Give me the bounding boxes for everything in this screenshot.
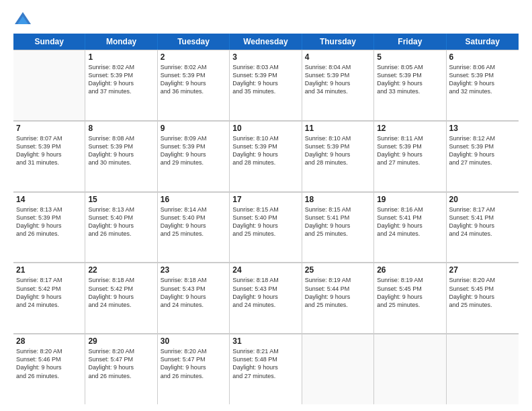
calendar-header: SundayMondayTuesdayWednesdayThursdayFrid… — [13, 34, 519, 50]
header — [13, 11, 519, 30]
cal-cell: 10Sunrise: 8:10 AM Sunset: 5:39 PM Dayli… — [230, 121, 302, 191]
cal-cell: 19Sunrise: 8:16 AM Sunset: 5:41 PM Dayli… — [374, 192, 446, 263]
cal-cell: 6Sunrise: 8:06 AM Sunset: 5:39 PM Daylig… — [447, 50, 519, 120]
cal-cell: 5Sunrise: 8:05 AM Sunset: 5:39 PM Daylig… — [374, 50, 446, 120]
cell-info: Sunrise: 8:02 AM Sunset: 5:39 PM Dayligh… — [161, 63, 226, 96]
day-number: 28 — [16, 336, 82, 346]
cell-info: Sunrise: 8:12 AM Sunset: 5:39 PM Dayligh… — [449, 134, 516, 167]
day-number: 2 — [161, 52, 226, 62]
day-number: 26 — [377, 265, 443, 275]
header-day-sunday: Sunday — [13, 34, 85, 50]
day-number: 20 — [449, 195, 516, 204]
cell-info: Sunrise: 8:20 AM Sunset: 5:45 PM Dayligh… — [449, 276, 516, 309]
day-number: 12 — [377, 124, 443, 133]
day-number: 11 — [305, 124, 371, 133]
calendar-body: 1Sunrise: 8:02 AM Sunset: 5:39 PM Daylig… — [13, 50, 519, 404]
day-number: 21 — [16, 265, 82, 275]
day-number: 14 — [16, 195, 82, 204]
cell-info: Sunrise: 8:11 AM Sunset: 5:39 PM Dayligh… — [377, 134, 443, 167]
cell-info: Sunrise: 8:21 AM Sunset: 5:48 PM Dayligh… — [232, 347, 298, 380]
day-number: 1 — [88, 52, 154, 62]
cal-cell — [13, 50, 85, 120]
cal-cell: 22Sunrise: 8:18 AM Sunset: 5:42 PM Dayli… — [85, 263, 157, 333]
cal-cell: 8Sunrise: 8:08 AM Sunset: 5:39 PM Daylig… — [85, 121, 157, 191]
cell-info: Sunrise: 8:10 AM Sunset: 5:39 PM Dayligh… — [232, 134, 298, 167]
day-number: 13 — [449, 124, 516, 133]
cell-info: Sunrise: 8:18 AM Sunset: 5:42 PM Dayligh… — [88, 276, 154, 309]
day-number: 10 — [232, 124, 298, 133]
week-row-2: 7Sunrise: 8:07 AM Sunset: 5:39 PM Daylig… — [13, 121, 519, 192]
cell-info: Sunrise: 8:17 AM Sunset: 5:42 PM Dayligh… — [16, 276, 82, 309]
day-number: 16 — [161, 195, 226, 204]
day-number: 6 — [449, 52, 516, 62]
cell-info: Sunrise: 8:04 AM Sunset: 5:39 PM Dayligh… — [305, 63, 371, 96]
day-number: 3 — [232, 52, 298, 62]
cal-cell: 4Sunrise: 8:04 AM Sunset: 5:39 PM Daylig… — [302, 50, 374, 120]
header-day-tuesday: Tuesday — [158, 34, 230, 50]
cal-cell: 9Sunrise: 8:09 AM Sunset: 5:39 PM Daylig… — [158, 121, 230, 191]
day-number: 25 — [305, 265, 371, 275]
week-row-4: 21Sunrise: 8:17 AM Sunset: 5:42 PM Dayli… — [13, 263, 519, 334]
cal-cell: 14Sunrise: 8:13 AM Sunset: 5:39 PM Dayli… — [13, 192, 85, 263]
cal-cell: 1Sunrise: 8:02 AM Sunset: 5:39 PM Daylig… — [85, 50, 157, 120]
cell-info: Sunrise: 8:08 AM Sunset: 5:39 PM Dayligh… — [88, 134, 154, 167]
cal-cell: 12Sunrise: 8:11 AM Sunset: 5:39 PM Dayli… — [374, 121, 446, 191]
cal-cell: 15Sunrise: 8:13 AM Sunset: 5:40 PM Dayli… — [85, 192, 157, 263]
header-day-saturday: Saturday — [447, 34, 519, 50]
header-day-friday: Friday — [374, 34, 446, 50]
header-day-monday: Monday — [85, 34, 157, 50]
cell-info: Sunrise: 8:06 AM Sunset: 5:39 PM Dayligh… — [449, 63, 516, 96]
cal-cell: 3Sunrise: 8:03 AM Sunset: 5:39 PM Daylig… — [230, 50, 302, 120]
page: SundayMondayTuesdayWednesdayThursdayFrid… — [0, 0, 532, 411]
day-number: 15 — [88, 195, 154, 204]
cell-info: Sunrise: 8:07 AM Sunset: 5:39 PM Dayligh… — [16, 134, 82, 167]
cal-cell: 23Sunrise: 8:18 AM Sunset: 5:43 PM Dayli… — [158, 263, 230, 333]
cal-cell: 28Sunrise: 8:20 AM Sunset: 5:46 PM Dayli… — [13, 334, 85, 404]
cell-info: Sunrise: 8:09 AM Sunset: 5:39 PM Dayligh… — [161, 134, 226, 167]
day-number: 30 — [161, 336, 226, 346]
cell-info: Sunrise: 8:20 AM Sunset: 5:47 PM Dayligh… — [88, 347, 154, 380]
cal-cell: 18Sunrise: 8:15 AM Sunset: 5:41 PM Dayli… — [302, 192, 374, 263]
day-number: 18 — [305, 195, 371, 204]
day-number: 23 — [161, 265, 226, 275]
day-number: 9 — [161, 124, 226, 133]
cell-info: Sunrise: 8:02 AM Sunset: 5:39 PM Dayligh… — [88, 63, 154, 96]
day-number: 19 — [377, 195, 443, 204]
cell-info: Sunrise: 8:15 AM Sunset: 5:41 PM Dayligh… — [305, 205, 371, 238]
cal-cell — [447, 334, 519, 404]
cell-info: Sunrise: 8:17 AM Sunset: 5:41 PM Dayligh… — [449, 205, 516, 238]
cell-info: Sunrise: 8:05 AM Sunset: 5:39 PM Dayligh… — [377, 63, 443, 96]
cell-info: Sunrise: 8:16 AM Sunset: 5:41 PM Dayligh… — [377, 205, 443, 238]
cell-info: Sunrise: 8:19 AM Sunset: 5:45 PM Dayligh… — [377, 276, 443, 309]
day-number: 29 — [88, 336, 154, 346]
cell-info: Sunrise: 8:20 AM Sunset: 5:46 PM Dayligh… — [16, 347, 82, 380]
cal-cell: 11Sunrise: 8:10 AM Sunset: 5:39 PM Dayli… — [302, 121, 374, 191]
week-row-5: 28Sunrise: 8:20 AM Sunset: 5:46 PM Dayli… — [13, 334, 519, 404]
cal-cell: 31Sunrise: 8:21 AM Sunset: 5:48 PM Dayli… — [230, 334, 302, 404]
cal-cell: 20Sunrise: 8:17 AM Sunset: 5:41 PM Dayli… — [447, 192, 519, 263]
day-number: 7 — [16, 124, 82, 133]
header-day-wednesday: Wednesday — [230, 34, 302, 50]
cal-cell: 7Sunrise: 8:07 AM Sunset: 5:39 PM Daylig… — [13, 121, 85, 191]
week-row-1: 1Sunrise: 8:02 AM Sunset: 5:39 PM Daylig… — [13, 50, 519, 121]
day-number: 8 — [88, 124, 154, 133]
day-number: 31 — [232, 336, 298, 346]
day-number: 24 — [232, 265, 298, 275]
cal-cell: 29Sunrise: 8:20 AM Sunset: 5:47 PM Dayli… — [85, 334, 157, 404]
cell-info: Sunrise: 8:13 AM Sunset: 5:40 PM Dayligh… — [88, 205, 154, 238]
cal-cell: 26Sunrise: 8:19 AM Sunset: 5:45 PM Dayli… — [374, 263, 446, 333]
cal-cell: 13Sunrise: 8:12 AM Sunset: 5:39 PM Dayli… — [447, 121, 519, 191]
cell-info: Sunrise: 8:15 AM Sunset: 5:40 PM Dayligh… — [232, 205, 298, 238]
cell-info: Sunrise: 8:18 AM Sunset: 5:43 PM Dayligh… — [161, 276, 226, 309]
cal-cell: 21Sunrise: 8:17 AM Sunset: 5:42 PM Dayli… — [13, 263, 85, 333]
cell-info: Sunrise: 8:10 AM Sunset: 5:39 PM Dayligh… — [305, 134, 371, 167]
day-number: 22 — [88, 265, 154, 275]
cal-cell: 17Sunrise: 8:15 AM Sunset: 5:40 PM Dayli… — [230, 192, 302, 263]
calendar: SundayMondayTuesdayWednesdayThursdayFrid… — [13, 34, 519, 404]
cell-info: Sunrise: 8:13 AM Sunset: 5:39 PM Dayligh… — [16, 205, 82, 238]
day-number: 27 — [449, 265, 516, 275]
cal-cell: 30Sunrise: 8:20 AM Sunset: 5:47 PM Dayli… — [158, 334, 230, 404]
cell-info: Sunrise: 8:19 AM Sunset: 5:44 PM Dayligh… — [305, 276, 371, 309]
logo — [13, 11, 34, 30]
cal-cell — [302, 334, 374, 404]
